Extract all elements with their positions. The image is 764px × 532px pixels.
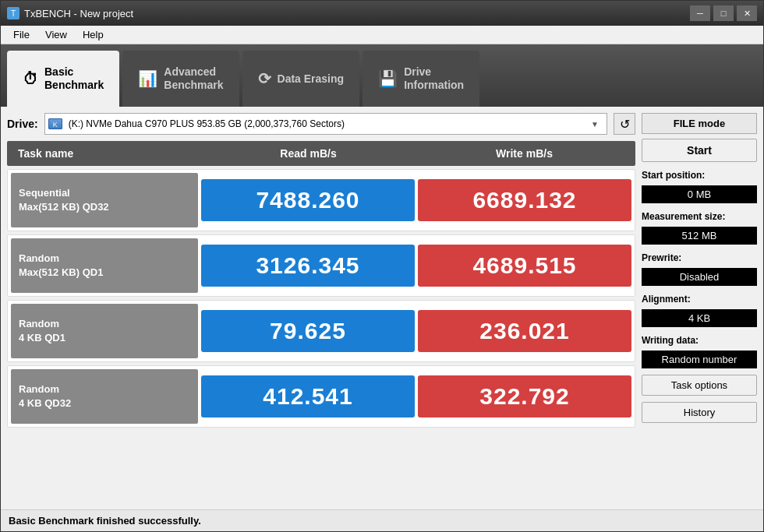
measurement-size-value: 512 MB bbox=[642, 227, 757, 245]
drive-dropdown[interactable]: K (K:) NVMe Dahua C970 PLUS 953.85 GB (2… bbox=[44, 113, 607, 135]
file-mode-button[interactable]: FILE mode bbox=[642, 113, 757, 134]
drive-icon: K bbox=[48, 118, 62, 129]
alignment-value: 4 KB bbox=[642, 309, 757, 327]
table-row: Random 4 KB QD32 412.541 322.792 bbox=[7, 365, 635, 428]
prewrite-value: Disabled bbox=[642, 268, 757, 286]
dropdown-arrow-icon: ▼ bbox=[591, 120, 603, 129]
read-value-random-qd1-512: 3126.345 bbox=[201, 245, 415, 287]
drive-refresh-button[interactable]: ↺ bbox=[614, 113, 635, 135]
writing-data-label: Writing data: bbox=[642, 335, 757, 346]
read-value-random-4k-qd32: 412.541 bbox=[201, 375, 415, 417]
maximize-button[interactable]: □ bbox=[713, 5, 734, 21]
measurement-size-label: Measurement size: bbox=[642, 211, 757, 222]
clock-icon: ⏱ bbox=[23, 71, 38, 86]
write-value-random-4k-qd1: 236.021 bbox=[418, 310, 631, 352]
alignment-label: Alignment: bbox=[642, 294, 757, 305]
row-label-sequential: Sequential Max(512 KB) QD32 bbox=[11, 173, 198, 227]
row-label-random-4k-qd1: Random 4 KB QD1 bbox=[11, 304, 198, 358]
col-write: Write mB/s bbox=[418, 147, 631, 160]
table-row: Sequential Max(512 KB) QD32 7488.260 668… bbox=[7, 169, 635, 231]
app-window: T TxBENCH - New project ─ □ ✕ File View … bbox=[0, 0, 764, 532]
prewrite-label: Prewrite: bbox=[642, 252, 757, 263]
col-read: Read mB/s bbox=[202, 147, 415, 160]
app-title: TxBENCH - New project bbox=[24, 8, 133, 19]
titlebar-controls: ─ □ ✕ bbox=[690, 5, 757, 21]
task-options-button[interactable]: Task options bbox=[642, 375, 757, 396]
drive-selector: Drive: K (K:) NVMe Dahua C970 PLUS 953.8… bbox=[7, 113, 635, 135]
tabs: ⏱ BasicBenchmark 📊 AdvancedBenchmark ⟳ D… bbox=[1, 44, 763, 107]
write-value-random-qd1-512: 4689.515 bbox=[418, 245, 631, 287]
row-label-random-4k-qd32: Random 4 KB QD32 bbox=[11, 369, 198, 424]
tab-erase[interactable]: ⟳ Data Erasing bbox=[242, 51, 360, 107]
drive-tab-icon: 💾 bbox=[378, 71, 398, 86]
drive-value: (K:) NVMe Dahua C970 PLUS 953.85 GB (2,0… bbox=[69, 118, 588, 129]
drive-label: Drive: bbox=[7, 118, 38, 130]
minimize-button[interactable]: ─ bbox=[690, 5, 710, 21]
statusbar: Basic Benchmark finished successfully. bbox=[1, 509, 763, 531]
status-text: Basic Benchmark finished successfully. bbox=[9, 515, 201, 527]
tab-info-label: DriveInformation bbox=[404, 65, 464, 92]
erase-icon: ⟳ bbox=[258, 71, 271, 86]
table-header: Task name Read mB/s Write mB/s bbox=[7, 141, 635, 166]
tab-info[interactable]: 💾 DriveInformation bbox=[363, 51, 479, 107]
tab-erase-label: Data Erasing bbox=[278, 72, 345, 86]
app-icon: T bbox=[7, 7, 19, 19]
start-button[interactable]: Start bbox=[642, 139, 757, 162]
close-button[interactable]: ✕ bbox=[737, 5, 757, 21]
chart-icon: 📊 bbox=[138, 71, 157, 86]
start-position-label: Start position: bbox=[642, 170, 757, 181]
menu-view[interactable]: View bbox=[37, 27, 75, 42]
writing-data-value: Random number bbox=[642, 351, 757, 368]
write-value-random-4k-qd32: 322.792 bbox=[418, 375, 631, 417]
row-label-random-qd1-512: Random Max(512 KB) QD1 bbox=[11, 238, 198, 293]
read-value-sequential: 7488.260 bbox=[201, 179, 415, 221]
tab-advanced[interactable]: 📊 AdvancedBenchmark bbox=[122, 51, 239, 107]
menu-file[interactable]: File bbox=[5, 27, 37, 42]
table-row: Random Max(512 KB) QD1 3126.345 4689.515 bbox=[7, 234, 635, 297]
tab-basic[interactable]: ⏱ BasicBenchmark bbox=[7, 51, 119, 107]
menubar: File View Help bbox=[1, 26, 763, 44]
left-panel: Drive: K (K:) NVMe Dahua C970 PLUS 953.8… bbox=[7, 113, 635, 505]
right-panel: FILE mode Start Start position: 0 MB Mea… bbox=[642, 113, 757, 505]
history-button[interactable]: History bbox=[642, 402, 757, 423]
tab-basic-label: BasicBenchmark bbox=[44, 65, 104, 92]
benchmark-table: Task name Read mB/s Write mB/s Sequentia… bbox=[7, 141, 635, 505]
refresh-icon: ↺ bbox=[620, 117, 630, 132]
table-row: Random 4 KB QD1 79.625 236.021 bbox=[7, 300, 635, 362]
tab-advanced-label: AdvancedBenchmark bbox=[164, 65, 223, 92]
start-position-value: 0 MB bbox=[642, 185, 757, 203]
titlebar-left: T TxBENCH - New project bbox=[7, 7, 133, 19]
read-value-random-4k-qd1: 79.625 bbox=[201, 310, 415, 352]
menu-help[interactable]: Help bbox=[75, 27, 111, 42]
col-task: Task name bbox=[12, 147, 199, 160]
write-value-sequential: 6689.132 bbox=[418, 179, 631, 221]
titlebar: T TxBENCH - New project ─ □ ✕ bbox=[1, 1, 763, 26]
main-area: Drive: K (K:) NVMe Dahua C970 PLUS 953.8… bbox=[1, 107, 763, 511]
